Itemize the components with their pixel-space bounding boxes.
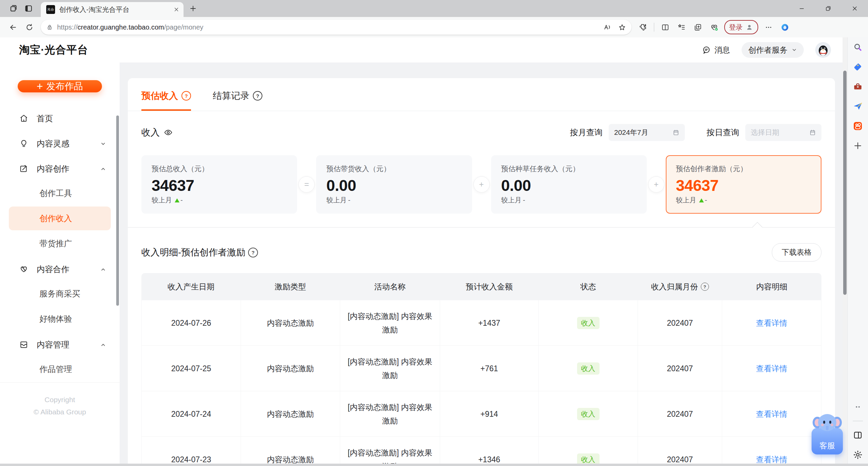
main-panel: 预估收入 ? 结算记录 ? 收入 xyxy=(128,78,835,466)
read-aloud-icon[interactable] xyxy=(600,20,614,35)
collections-icon[interactable] xyxy=(690,20,705,35)
cell-status: 收入 xyxy=(539,391,638,436)
sidebar-item-label: 服务商采买 xyxy=(39,288,80,299)
page-scrollbar[interactable] xyxy=(843,37,847,466)
sidebar-search-icon[interactable] xyxy=(852,41,864,53)
customer-service-button[interactable]: 客服 xyxy=(812,428,843,454)
workspaces-icon[interactable] xyxy=(6,1,21,16)
split-screen-icon[interactable] xyxy=(658,20,673,35)
copilot-icon[interactable] xyxy=(777,20,792,35)
help-icon[interactable]: ? xyxy=(701,283,709,291)
favorite-star-icon[interactable] xyxy=(614,20,629,35)
minimize-button[interactable] xyxy=(788,0,815,17)
window-bottom-edge xyxy=(0,464,868,466)
sidebar-settings-icon[interactable] xyxy=(852,449,864,461)
new-tab-button[interactable] xyxy=(189,4,197,13)
close-button[interactable] xyxy=(841,0,868,17)
view-details-link[interactable]: 查看详情 xyxy=(756,362,787,375)
sidebar-add-icon[interactable] xyxy=(852,140,864,151)
address-bar[interactable]: https://creator.guanghe.taobao.com/page/… xyxy=(41,20,631,35)
sidebar-item-label: 内容创作 xyxy=(37,163,69,174)
cell-type: 内容动态激励 xyxy=(241,391,340,436)
tab-settlement-records[interactable]: 结算记录 ? xyxy=(213,90,262,111)
income-card-2[interactable]: 预估种草任务收入（元）0.00较上月- xyxy=(491,155,647,214)
sidebar-item-8[interactable]: 好物体验 xyxy=(9,307,111,331)
creator-service-menu[interactable]: 创作者服务 xyxy=(742,42,804,58)
publish-work-button[interactable]: + 发布作品 xyxy=(18,80,102,92)
sidebar-nav: 首页内容灵感内容创作创作工具创作收入带货推广内容合作服务商采买好物体验内容管理作… xyxy=(0,106,120,382)
help-icon[interactable]: ? xyxy=(253,91,262,101)
income-tabs: 预估收入 ? 结算记录 ? xyxy=(128,78,835,111)
income-section-title: 收入 xyxy=(141,126,173,139)
sidebar-item-4[interactable]: 创作收入 xyxy=(9,207,111,230)
cell-activity: [内容动态激励] 内容效果激励 xyxy=(340,300,440,345)
income-card-1[interactable]: 预估带货收入（元）0.00较上月- xyxy=(316,155,472,214)
table-header-4: 状态 xyxy=(539,282,638,292)
cell-activity: [内容动态激励] 内容效果激励 xyxy=(340,391,440,436)
browser-essentials-icon[interactable] xyxy=(707,20,722,35)
compare-label: 较上月 xyxy=(152,196,172,205)
compare-delta: - xyxy=(523,196,525,204)
content-area: 淘宝·光合平台 消息 创作者服务 xyxy=(0,37,868,466)
browser-login-button[interactable]: 登录 xyxy=(724,20,758,34)
messages-button[interactable]: 消息 xyxy=(702,45,730,55)
operator-equals-icon: = xyxy=(297,155,316,214)
cell-date: 2024-07-24 xyxy=(142,391,241,436)
sidebar-item-6[interactable]: 内容合作 xyxy=(0,257,120,282)
sidebar-item-9[interactable]: 内容管理 xyxy=(0,332,120,357)
sidebar-panel-icon[interactable] xyxy=(852,429,864,441)
view-details-link[interactable]: 查看详情 xyxy=(756,407,787,421)
sidebar-kuaishou-icon[interactable] xyxy=(852,120,864,132)
cell-amount: +761 xyxy=(440,346,539,391)
sidebar-scrollbar[interactable] xyxy=(116,115,119,306)
refresh-icon[interactable] xyxy=(22,20,37,35)
lock-icon xyxy=(46,24,53,31)
compare-label: 较上月 xyxy=(326,196,347,205)
view-details-link[interactable]: 查看详情 xyxy=(722,437,821,466)
month-query-input[interactable]: 2024年7月 xyxy=(609,124,685,141)
view-details-link[interactable]: 查看详情 xyxy=(722,391,821,436)
compare-label: 较上月 xyxy=(501,196,522,205)
sidebar-item-label: 创作收入 xyxy=(39,213,72,224)
sidebar-item-10[interactable]: 作品管理 xyxy=(9,357,111,381)
tab-close-icon[interactable] xyxy=(173,6,179,13)
income-card-0[interactable]: 预估总收入（元）34637较上月- xyxy=(141,155,297,214)
copyright: Copyright © Alibaba Group xyxy=(0,382,120,466)
view-details-link[interactable]: 查看详情 xyxy=(722,346,821,391)
sidebar-item-0[interactable]: 首页 xyxy=(0,106,120,131)
sidebar-send-icon[interactable] xyxy=(852,101,864,112)
browser-tab[interactable]: 光合 创作收入-淘宝光合平台 xyxy=(41,2,184,17)
help-icon[interactable]: ? xyxy=(181,91,191,101)
chevron-up-icon xyxy=(100,267,106,272)
income-detail-table: 收入产生日期激励类型活动名称预计收入金额状态收入归属月份?内容明细 2024-0… xyxy=(141,273,821,466)
extensions-icon[interactable] xyxy=(636,20,650,35)
help-icon[interactable]: ? xyxy=(248,248,258,257)
sidebar-more-icon[interactable] xyxy=(852,401,864,413)
sidebar-item-1[interactable]: 内容灵感 xyxy=(0,131,120,156)
sidebar-divider xyxy=(853,421,863,421)
sidebar-item-3[interactable]: 创作工具 xyxy=(9,181,111,205)
favorites-list-icon[interactable] xyxy=(674,20,689,35)
day-query-input[interactable]: 选择日期 xyxy=(745,124,821,141)
sidebar-item-5[interactable]: 带货推广 xyxy=(9,232,111,255)
tab-actions-icon[interactable] xyxy=(21,1,36,16)
sidebar-item-2[interactable]: 内容创作 xyxy=(0,156,120,181)
sidebar-tools-icon[interactable] xyxy=(852,81,864,92)
maximize-button[interactable] xyxy=(815,0,841,17)
avatar[interactable] xyxy=(815,42,831,58)
cell-status: 收入 xyxy=(539,300,638,345)
day-query-label: 按日查询 xyxy=(707,127,739,138)
view-details-link[interactable]: 查看详情 xyxy=(756,316,787,330)
tab-estimated-income[interactable]: 预估收入 ? xyxy=(141,90,191,111)
settings-more-icon[interactable] xyxy=(761,20,776,35)
sidebar-item-7[interactable]: 服务商采买 xyxy=(9,282,111,306)
income-card-3[interactable]: 预估创作者激励（元）34637较上月- xyxy=(666,155,821,214)
eye-icon[interactable] xyxy=(164,128,173,137)
view-details-link[interactable]: 查看详情 xyxy=(722,300,821,345)
site-logo[interactable]: 淘宝·光合平台 xyxy=(19,43,88,57)
sidebar-shopping-icon[interactable] xyxy=(852,61,864,73)
download-table-button[interactable]: 下载表格 xyxy=(772,243,821,262)
coop-icon xyxy=(19,264,29,274)
scrollbar-thumb[interactable] xyxy=(843,71,847,295)
back-icon[interactable] xyxy=(5,20,20,35)
